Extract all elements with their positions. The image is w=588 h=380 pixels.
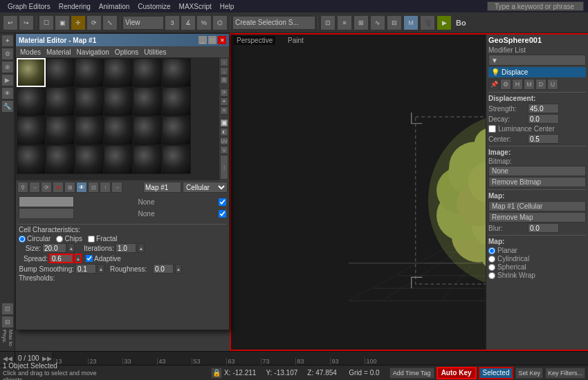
me-color-check-2[interactable] <box>219 210 226 218</box>
me-color-swatch-2[interactable] <box>19 208 74 219</box>
me-get-material-btn[interactable]: ↑ <box>220 58 228 66</box>
roughness-input[interactable] <box>153 264 174 274</box>
auto-key-btn[interactable]: Auto Key <box>437 367 477 379</box>
chips-radio[interactable]: Chips <box>56 235 82 243</box>
me-reset-btn[interactable]: ⟳ <box>220 88 228 97</box>
me-maximize-btn[interactable]: □ <box>208 36 217 44</box>
bump-smoothing-input[interactable] <box>75 264 96 274</box>
me-material-menu[interactable]: Material <box>44 48 74 56</box>
sphere-2-1[interactable] <box>17 87 46 116</box>
named-sel-input[interactable]: Create Selection S... <box>232 16 315 30</box>
planar-radio-label[interactable]: Planar <box>488 247 586 254</box>
me-put-to-lib-btn[interactable]: ⊞ <box>220 76 228 84</box>
me-assign-btn[interactable]: → <box>29 182 40 193</box>
cylindrical-radio-label[interactable]: Cylindrical <box>488 255 586 263</box>
sphere-4-4[interactable] <box>104 145 133 174</box>
size-spinner[interactable]: ▲ <box>68 243 75 253</box>
shrink-wrap-radio-label[interactable]: Shrink Wrap <box>488 272 586 279</box>
rp-tab-hierarchy[interactable]: H <box>512 79 523 90</box>
sphere-3-4[interactable] <box>104 116 133 145</box>
me-options-menu[interactable]: Options <box>112 48 141 56</box>
utilities-btn[interactable]: 🔧 <box>1 100 14 113</box>
rp-tab-display[interactable]: D <box>535 79 546 90</box>
displace-modifier[interactable]: 💡 Displace <box>488 67 586 77</box>
size-input[interactable] <box>42 243 66 253</box>
decay-input[interactable] <box>528 114 559 124</box>
sphere-4-5[interactable] <box>133 145 162 174</box>
modify-btn[interactable]: ⚙ <box>1 48 14 60</box>
search-box[interactable]: Type a keyword or phrase <box>487 1 584 11</box>
me-color-check-1[interactable] <box>219 198 226 206</box>
zoom-all-btn[interactable]: ⊟ <box>1 316 14 328</box>
sphere-1-3[interactable] <box>75 58 104 87</box>
maxscript-menu[interactable]: MAXScript <box>176 3 215 10</box>
mirror-btn[interactable]: ⊡ <box>320 15 336 30</box>
me-show-final-btn[interactable]: ⊡ <box>88 182 99 193</box>
me-sample-uv-btn[interactable]: UV <box>220 137 228 145</box>
sphere-1-1[interactable] <box>17 58 46 87</box>
sphere-3-6[interactable] <box>162 116 191 145</box>
rendering-menu[interactable]: Rendering <box>55 3 94 10</box>
sphere-2-6[interactable] <box>162 87 191 116</box>
sphere-3-5[interactable] <box>133 116 162 145</box>
spread-spinner[interactable]: ▲ <box>75 254 82 263</box>
select-obj-btn[interactable]: ☐ <box>39 15 54 30</box>
animation-menu[interactable]: Animation <box>95 3 133 10</box>
me-go-to-parent-btn[interactable]: ↑ <box>100 182 111 193</box>
remove-map-btn[interactable]: Remove Map <box>488 212 586 222</box>
me-show-map-in-vp-btn[interactable]: 👁 <box>76 182 87 193</box>
sphere-1-4[interactable] <box>104 58 133 87</box>
rp-tab-motion[interactable]: M <box>524 79 535 90</box>
me-modes-menu[interactable]: Modes <box>17 48 44 56</box>
me-minimize-btn[interactable]: _ <box>199 36 207 44</box>
hierarchy-btn[interactable]: ⊕ <box>1 61 14 73</box>
sphere-4-6[interactable] <box>162 145 191 174</box>
me-close-btn[interactable]: ✕ <box>218 36 226 44</box>
layer-mgr-btn[interactable]: ⊞ <box>353 15 369 30</box>
sphere-1-2[interactable] <box>46 58 75 87</box>
sphere-3-3[interactable] <box>75 116 104 145</box>
sphere-4-1[interactable] <box>17 145 46 174</box>
spherical-radio-label[interactable]: Spherical <box>488 263 586 271</box>
graph-editors-menu[interactable]: Graph Editors <box>4 3 54 10</box>
rotate-btn[interactable]: ⟳ <box>86 15 102 30</box>
me-map-type-select[interactable]: Cellular <box>183 182 228 193</box>
me-pick-material-btn[interactable]: ⌶ <box>220 155 228 180</box>
me-make-unique-btn[interactable]: ✦ <box>220 97 228 106</box>
me-map-name-input[interactable] <box>143 182 181 193</box>
bump-smoothing-spinner[interactable]: ▲ <box>98 264 104 274</box>
set-key-btn[interactable]: Set Key <box>515 368 543 379</box>
rp-tab-utilities[interactable]: U <box>547 79 558 90</box>
me-utilities-menu[interactable]: Utilities <box>141 48 169 56</box>
customize-menu[interactable]: Customize <box>134 3 174 10</box>
percent-snap-btn[interactable]: % <box>196 15 212 30</box>
select-region-btn[interactable]: ▣ <box>55 15 70 30</box>
display-btn[interactable]: 👁 <box>1 87 14 99</box>
align-btn[interactable]: ≡ <box>337 15 352 30</box>
rp-tab-pin[interactable]: 📌 <box>488 79 499 90</box>
strength-input[interactable] <box>528 104 559 113</box>
me-make-ref-btn[interactable]: ✕ <box>53 182 64 193</box>
me-video-color-btn[interactable]: V <box>220 146 228 154</box>
remove-bitmap-btn[interactable]: Remove Bitmap <box>488 177 586 187</box>
curve-editor-btn[interactable]: ∿ <box>370 15 385 30</box>
zoom-extents-btn[interactable]: ⊡ <box>1 303 14 315</box>
add-time-tag-btn[interactable]: Add Time Tag <box>389 368 434 379</box>
adaptive-check[interactable]: Adaptive <box>86 255 121 263</box>
circular-radio[interactable]: Circular <box>19 235 50 243</box>
sphere-2-2[interactable] <box>46 87 75 116</box>
sphere-4-2[interactable] <box>46 145 75 174</box>
key-filters-btn[interactable]: Key Filters... <box>545 368 585 379</box>
me-delete-from-lib-btn[interactable]: ✕ <box>220 106 228 115</box>
undo-btn[interactable]: ↩ <box>3 15 18 30</box>
luminance-center-check[interactable] <box>488 125 496 133</box>
render-setup-btn[interactable]: 🎥 <box>420 15 435 30</box>
roughness-spinner[interactable]: ▲ <box>175 264 182 274</box>
iterations-input[interactable] <box>116 243 136 253</box>
center-input[interactable] <box>528 134 559 144</box>
fractal-check[interactable]: Fractal <box>88 235 118 243</box>
schematic-btn[interactable]: ⊟ <box>387 15 402 30</box>
me-titlebar[interactable]: Material Editor - Map #1 _ □ ✕ <box>16 34 229 46</box>
selected-btn[interactable]: Selected <box>479 367 514 379</box>
sphere-3-1[interactable] <box>17 116 46 145</box>
